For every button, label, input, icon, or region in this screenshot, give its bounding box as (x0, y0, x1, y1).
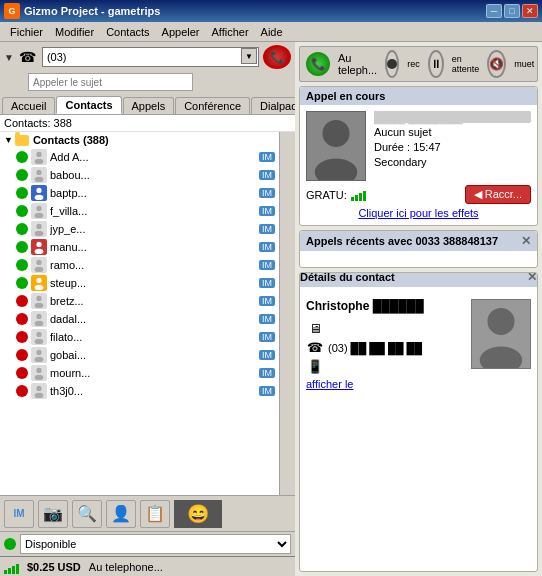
tab-conference[interactable]: Conférence (175, 97, 250, 114)
im-badge[interactable]: IM (259, 314, 275, 324)
status-indicator (16, 259, 28, 271)
contact-avatar (31, 149, 47, 165)
minimize-button[interactable]: ─ (486, 4, 502, 18)
list-item[interactable]: f_villa... IM (0, 202, 279, 220)
status-select[interactable]: Disponible Occupé Absent (20, 534, 291, 554)
list-item[interactable]: filato... IM (0, 328, 279, 346)
tab-contacts[interactable]: Contacts (56, 96, 121, 114)
hangup-button[interactable]: ◀ Raccr... (465, 185, 531, 204)
call-info-row: ████ ███████ Aucun sujet Durée : 15:47 S… (306, 111, 531, 181)
search-button[interactable]: 🔍 (72, 500, 102, 528)
phone-detail-row: 🖥 (306, 321, 463, 336)
menu-aide[interactable]: Aide (255, 25, 289, 39)
list-item[interactable]: dadal... IM (0, 310, 279, 328)
list-item[interactable]: bretz... IM (0, 292, 279, 310)
im-badge[interactable]: IM (259, 188, 275, 198)
menu-modifier[interactable]: Modifier (49, 25, 100, 39)
contact-name: f_villa... (50, 205, 256, 217)
phone-input-wrapper: ▼ (42, 47, 259, 67)
call-in-progress-box: Appel en cours ████ ███████ Aucun sujet … (299, 86, 538, 226)
phone-dropdown-arrow[interactable]: ▼ (241, 48, 257, 64)
window-controls[interactable]: ─ □ ✕ (486, 4, 538, 18)
contact-details-title-bar: Détails du contact ✕ (299, 272, 538, 287)
contact-name: jyp_e... (50, 223, 256, 235)
contact-avatar (31, 275, 47, 291)
sig-2 (355, 195, 358, 201)
im-badge[interactable]: IM (259, 260, 275, 270)
contact-name: baptp... (50, 187, 256, 199)
camera-button[interactable]: 📷 (38, 500, 68, 528)
dropdown-icon[interactable]: ▼ (4, 52, 14, 63)
im-badge[interactable]: IM (259, 206, 275, 216)
tab-accueil[interactable]: Accueil (2, 97, 55, 114)
signal-bar-4 (16, 564, 19, 574)
contact-name: babou... (50, 169, 256, 181)
contacts-list-wrapper: ▼ Contacts (388) Add A... IM (0, 132, 295, 495)
app-icon: G (4, 3, 20, 19)
list-item[interactable]: baptp... IM (0, 184, 279, 202)
contact-details-close[interactable]: ✕ (527, 272, 537, 284)
list-item[interactable]: manu... IM (0, 238, 279, 256)
contact-details-inner: Christophe ██████ 🖥 ☎ (03) ██ ██ ██ ██ 📱… (300, 293, 537, 396)
call-button[interactable]: 📞 (263, 45, 291, 69)
afficher-link[interactable]: afficher le (306, 378, 354, 390)
recent-calls-content (306, 257, 531, 261)
maximize-button[interactable]: □ (504, 4, 520, 18)
list-item[interactable]: th3j0... IM (0, 382, 279, 400)
im-badge[interactable]: IM (259, 242, 275, 252)
svg-point-13 (35, 267, 44, 272)
record-button[interactable] (385, 50, 399, 78)
im-badge[interactable]: IM (259, 332, 275, 342)
call-bottom-row: GRATU: ◀ Raccr... (306, 185, 531, 204)
tab-appels[interactable]: Appels (123, 97, 175, 114)
appeler-input[interactable] (28, 73, 193, 91)
im-badge[interactable]: IM (259, 152, 275, 162)
scrollbar[interactable] (279, 132, 295, 495)
im-badge[interactable]: IM (259, 386, 275, 396)
phone-input[interactable] (42, 47, 259, 67)
list-item[interactable]: Add A... IM (0, 148, 279, 166)
list-item[interactable]: mourn... IM (0, 364, 279, 382)
svg-point-15 (35, 285, 44, 290)
close-button[interactable]: ✕ (522, 4, 538, 18)
menu-contacts[interactable]: Contacts (100, 25, 155, 39)
svg-point-11 (35, 249, 44, 254)
smiley-box[interactable]: 😄 (174, 500, 222, 528)
status-indicator (16, 241, 28, 253)
im-badge[interactable]: IM (259, 350, 275, 360)
svg-point-9 (35, 231, 44, 236)
menu-fichier[interactable]: Fichier (4, 25, 49, 39)
svg-point-17 (35, 303, 44, 308)
call-secondary: Secondary (374, 156, 531, 168)
add-contact-button[interactable]: 👤 (106, 500, 136, 528)
menu-appeler[interactable]: Appeler (156, 25, 206, 39)
im-badge[interactable]: IM (259, 224, 275, 234)
contacts-group-header[interactable]: ▼ Contacts (388) (0, 132, 279, 148)
svg-point-19 (35, 321, 44, 326)
contact-name: th3j0... (50, 385, 256, 397)
im-badge[interactable]: IM (259, 368, 275, 378)
phone-icon: ☎ (18, 47, 38, 67)
im-badge[interactable]: IM (259, 278, 275, 288)
im-badge[interactable]: IM (259, 170, 275, 180)
mute-button[interactable]: 🔇 (487, 50, 506, 78)
recent-calls-close[interactable]: ✕ (521, 234, 531, 248)
svg-point-3 (35, 177, 44, 182)
svg-point-21 (35, 339, 44, 344)
contact-avatar (31, 239, 47, 255)
menu-afficher[interactable]: Afficher (205, 25, 254, 39)
effets-link[interactable]: Cliquer ici pour les effets (306, 207, 531, 219)
active-call-bar: 📞 Au teleph... rec ⏸ en attente 🔇 muet (299, 46, 538, 82)
im-badge[interactable]: IM (259, 296, 275, 306)
list-item[interactable]: babou... IM (0, 166, 279, 184)
clipboard-button[interactable]: 📋 (140, 500, 170, 528)
list-item[interactable]: steup... IM (0, 274, 279, 292)
list-item[interactable]: jyp_e... IM (0, 220, 279, 238)
recent-calls-title: Appels récents avec 0033 388848137 (306, 235, 498, 247)
list-item[interactable]: gobai... IM (0, 346, 279, 364)
list-item[interactable]: ramo... IM (0, 256, 279, 274)
hold-button[interactable]: ⏸ (428, 50, 444, 78)
im-button[interactable]: IM (4, 500, 34, 528)
contact-name: Add A... (50, 151, 256, 163)
svg-point-25 (35, 375, 44, 380)
